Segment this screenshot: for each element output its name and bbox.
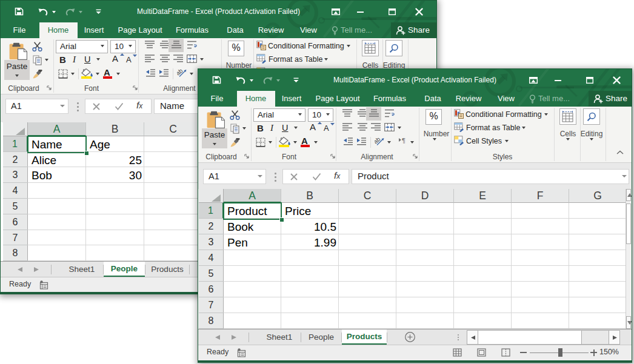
svg-text:¶: ¶ [402, 137, 405, 144]
